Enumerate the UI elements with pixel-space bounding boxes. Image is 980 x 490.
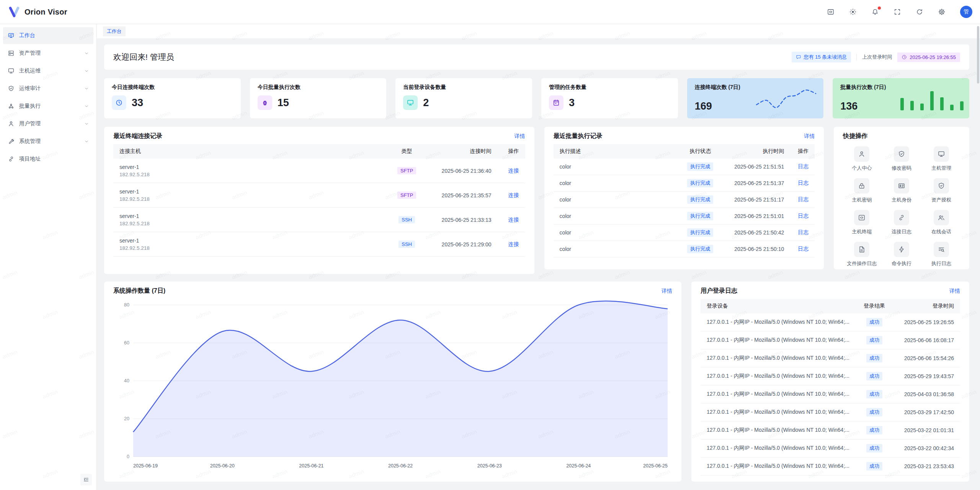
breadcrumb[interactable]: 工作台 — [103, 26, 126, 36]
quick-action-file-op-log[interactable]: 文件操作日志 — [843, 242, 880, 267]
exec-status-tag: 执行完成 — [687, 179, 713, 187]
sidebar-item-project-url[interactable]: 项目地址 — [3, 151, 93, 167]
welcome-card: 欢迎回来! 管理员 您有 15 条未读消息 上次登录时间 2025-06-25 … — [104, 44, 969, 70]
quick-action-connect-log[interactable]: 连接日志 — [883, 210, 920, 235]
column-header: 登录结果 — [857, 299, 892, 313]
link-icon — [894, 210, 909, 225]
table-header-row: 连接主机 类型 连接时间 操作 — [113, 144, 525, 159]
search-list-icon — [934, 242, 949, 257]
chevron-down-icon — [84, 86, 89, 91]
app-title: Orion Visor — [24, 8, 67, 16]
table-header-row: 登录设备 登录结果 登录时间 — [701, 299, 960, 313]
login-device: 127.0.0.1 - 内网IP - Mozilla/5.0 (Windows … — [701, 439, 857, 457]
settings-gear-icon[interactable] — [938, 8, 946, 16]
user-avatar[interactable]: 管 — [960, 6, 972, 18]
code-square-icon — [854, 210, 869, 225]
log-link[interactable]: 日志 — [798, 213, 808, 219]
sidebar-item-workbench[interactable]: 工作台 — [3, 27, 93, 44]
sidebar: 工作台 资产管理 主机运维 运维审计 批量执行 用户管理 — [0, 24, 97, 490]
connect-link[interactable]: 连接 — [508, 241, 519, 247]
login-device: 127.0.0.1 - 内网IP - Mozilla/5.0 (Windows … — [701, 349, 857, 367]
quick-action-online-session[interactable]: 在线会话 — [923, 210, 960, 235]
content-area: 欢迎回来! 管理员 您有 15 条未读消息 上次登录时间 2025-06-25 … — [97, 38, 980, 490]
svg-text:2025-06-23: 2025-06-23 — [477, 463, 502, 469]
stat-value: 2 — [423, 97, 429, 109]
login-log-panel: 用户登录日志 详情 登录设备 登录结果 登录时间 — [691, 282, 969, 482]
host-ip: 182.92.5.218 — [119, 171, 385, 178]
terminal-table-row: server-1 182.92.5.218 SFTP 2025-06-25 21… — [113, 183, 525, 208]
braces-icon: {} — [258, 95, 272, 110]
wrench-icon — [8, 138, 15, 145]
ops-chart-detail-link[interactable]: 详情 — [662, 288, 672, 295]
shield-check-icon — [894, 146, 909, 162]
quick-action-change-password[interactable]: 修改密码 — [883, 146, 920, 172]
stat-card-batch-today: 今日批量执行次数 {} 15 — [250, 78, 387, 118]
sidebar-item-users[interactable]: 用户管理 — [3, 115, 93, 132]
svg-text:40: 40 — [124, 378, 129, 383]
sidebar-item-audit[interactable]: 运维审计 — [3, 80, 93, 97]
login-table-row: 127.0.0.1 - 内网IP - Mozilla/5.0 (Windows … — [701, 457, 960, 475]
sidebar-item-system[interactable]: 系统管理 — [3, 133, 93, 150]
api-code-icon[interactable] — [827, 8, 835, 16]
panel-title: 用户登录日志 — [701, 287, 737, 295]
scrollbar-thumb[interactable] — [977, 26, 979, 84]
connect-time: 2025-06-25 21:29:00 — [423, 232, 498, 257]
login-table-row: 127.0.0.1 - 内网IP - Mozilla/5.0 (Windows … — [701, 349, 960, 367]
sidebar-item-label: 主机运维 — [19, 67, 41, 74]
log-link[interactable]: 日志 — [798, 229, 808, 235]
log-link[interactable]: 日志 — [798, 180, 808, 186]
batch-table-row: color 执行完成 2025-06-25 21:50:10 日志 — [554, 241, 815, 257]
svg-text:2025-06-22: 2025-06-22 — [388, 463, 413, 469]
log-link[interactable]: 日志 — [798, 163, 808, 169]
sidebar-item-label: 批量执行 — [19, 103, 41, 110]
login-table-row: 127.0.0.1 - 内网IP - Mozilla/5.0 (Windows … — [701, 385, 960, 403]
exec-description: color — [554, 241, 679, 257]
quick-action-host-identity[interactable]: 主机身份 — [883, 178, 920, 203]
notification-bell-icon[interactable] — [871, 8, 879, 16]
chevron-down-icon — [84, 121, 89, 126]
connect-link[interactable]: 连接 — [508, 167, 519, 174]
quick-action-command-exec[interactable]: 命令执行 — [883, 242, 920, 267]
batch-table-row: color 执行完成 2025-06-25 21:51:17 日志 — [554, 192, 815, 208]
lock-icon — [854, 178, 869, 193]
login-device: 127.0.0.1 - 内网IP - Mozilla/5.0 (Windows … — [701, 421, 857, 439]
user-icon — [8, 120, 15, 127]
quick-action-host-key[interactable]: 主机密钥 — [843, 178, 880, 203]
ops-chart-panel: 系统操作数量 (7日) 详情 0204060802025-06-192025-0… — [104, 282, 681, 482]
quick-action-asset-grant[interactable]: 资产授权 — [923, 178, 960, 203]
log-link[interactable]: 日志 — [798, 196, 808, 202]
audit-shield-icon — [8, 85, 15, 92]
sidebar-item-host-ops[interactable]: 主机运维 — [3, 62, 93, 79]
quick-action-profile[interactable]: 个人中心 — [843, 146, 880, 172]
refresh-icon[interactable] — [916, 8, 923, 16]
sidebar-collapse-button[interactable] — [80, 474, 92, 485]
log-link[interactable]: 日志 — [798, 246, 808, 252]
app-logo — [8, 6, 20, 18]
host-name: server-1 — [119, 237, 385, 244]
login-detail-link[interactable]: 详情 — [949, 288, 960, 295]
column-header: 连接时间 — [423, 144, 498, 159]
monitor-icon — [403, 95, 418, 110]
batch-table: 执行描述 执行状态 执行时间 操作 color 执行完成 — [554, 144, 815, 257]
quick-action-host-terminal[interactable]: 主机终端 — [843, 210, 880, 235]
sidebar-item-batch-exec[interactable]: 批量执行 — [3, 98, 93, 115]
connect-link[interactable]: 连接 — [508, 216, 519, 223]
login-table-row: 127.0.0.1 - 内网IP - Mozilla/5.0 (Windows … — [701, 421, 960, 439]
theme-sun-icon[interactable] — [849, 8, 857, 16]
quick-action-exec-log[interactable]: 执行日志 — [923, 242, 960, 267]
connect-time: 2025-06-25 21:36:40 — [423, 159, 498, 183]
welcome-title: 欢迎回来! 管理员 — [113, 52, 174, 62]
terminal-spark-line — [755, 88, 818, 110]
column-header: 执行描述 — [554, 144, 679, 159]
terminal-table-row: server-1 182.92.5.218 SSH 2025-06-25 21:… — [113, 232, 525, 257]
connect-link[interactable]: 连接 — [508, 192, 519, 198]
quick-action-host-manage[interactable]: 主机管理 — [923, 146, 960, 172]
unread-messages-badge[interactable]: 您有 15 条未读消息 — [792, 52, 851, 62]
batch-detail-link[interactable]: 详情 — [804, 133, 815, 140]
login-device: 127.0.0.1 - 内网IP - Mozilla/5.0 (Windows … — [701, 367, 857, 385]
terminal-detail-link[interactable]: 详情 — [514, 133, 525, 140]
host-ip: 182.92.5.218 — [119, 220, 385, 227]
sidebar-item-assets[interactable]: 资产管理 — [3, 45, 93, 62]
fullscreen-icon[interactable] — [893, 8, 901, 16]
login-result-tag: 成功 — [866, 354, 882, 362]
